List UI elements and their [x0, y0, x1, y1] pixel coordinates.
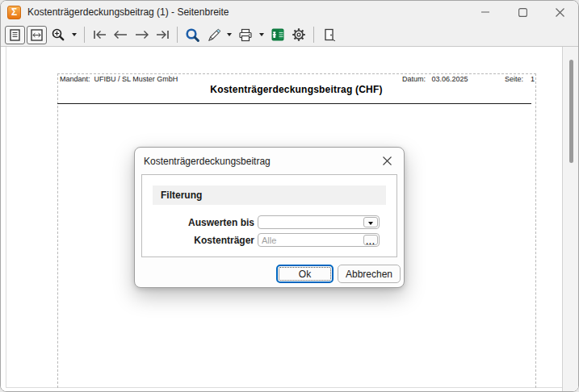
report-title: Kostenträgerdeckungsbeitrag (CHF)	[57, 84, 535, 95]
next-page-button[interactable]	[132, 25, 151, 44]
chevron-down-icon	[368, 222, 373, 225]
report-seite-value: 1	[531, 75, 535, 83]
ok-button[interactable]: Ok	[276, 265, 334, 283]
page-width-icon	[31, 29, 43, 41]
page-edge	[6, 47, 6, 388]
ellipsis-icon: ...	[366, 238, 375, 246]
excel-export-button[interactable]	[268, 25, 287, 44]
report-mandant: Mandant: UFIBU / SL Muster GmbH	[60, 75, 178, 83]
vertical-scrollbar[interactable]	[562, 47, 578, 391]
settings-button[interactable]	[289, 25, 308, 44]
margin-guide	[57, 73, 536, 74]
excel-export-icon	[271, 28, 284, 41]
filter-group-header: Filterung	[153, 186, 386, 205]
cancel-button[interactable]: Abbrechen	[338, 265, 401, 283]
last-page-button[interactable]	[153, 25, 172, 44]
dialog-title: Kostenträgerdeckungsbeitrag	[144, 156, 271, 167]
toolbar-separator	[84, 27, 85, 43]
title-bar: Σ Kostenträgerdeckungsbeitrag (1) - Seit…	[1, 1, 578, 23]
edit-button[interactable]	[203, 25, 223, 44]
whole-page-button[interactable]	[5, 26, 25, 44]
scrollbar-thumb[interactable]	[569, 60, 573, 163]
page-width-button[interactable]	[27, 26, 47, 44]
report-datum: Datum: 03.06.2025	[402, 75, 468, 83]
toolbar	[1, 23, 578, 47]
print-dropdown[interactable]	[257, 25, 266, 44]
window-title: Kostenträgerdeckungsbeitrag (1) - Seiten…	[27, 6, 229, 18]
prev-page-icon	[113, 29, 128, 40]
dialog-titlebar: Kostenträgerdeckungsbeitrag	[135, 148, 404, 174]
next-page-icon	[134, 29, 149, 40]
chevron-down-icon	[72, 33, 77, 36]
kostentraeger-field[interactable]: ...	[258, 233, 380, 247]
maximize-button[interactable]	[504, 1, 541, 23]
chevron-down-icon	[227, 33, 232, 36]
search-button[interactable]	[183, 25, 202, 44]
minimize-button[interactable]	[467, 1, 504, 23]
kostentraeger-picker-button[interactable]: ...	[363, 235, 378, 245]
whole-page-icon	[10, 29, 20, 41]
dialog-content-panel: Filterung Auswerten bis Kostenträger ...	[141, 174, 397, 257]
exit-door-icon	[322, 28, 336, 42]
toolbar-separator	[313, 27, 314, 43]
print-icon	[238, 28, 253, 42]
zoom-button[interactable]	[48, 25, 68, 44]
edit-pencil-icon	[206, 27, 221, 43]
app-window: Σ Kostenträgerdeckungsbeitrag (1) - Seit…	[0, 0, 579, 392]
app-sigma-icon: Σ	[7, 6, 21, 19]
zoom-icon	[51, 27, 65, 42]
exit-button[interactable]	[319, 25, 338, 44]
report-seite: Seite:	[505, 75, 523, 83]
filter-dialog: Kostenträgerdeckungsbeitrag Filterung Au…	[134, 147, 405, 288]
settings-gear-icon	[292, 27, 306, 42]
margin-guide	[57, 73, 58, 388]
close-button[interactable]	[541, 1, 578, 23]
search-icon	[185, 27, 200, 43]
chevron-down-icon	[259, 33, 264, 36]
prev-page-button[interactable]	[111, 25, 130, 44]
combo-dropdown-button[interactable]	[363, 217, 378, 227]
kostentraeger-input[interactable]	[262, 234, 359, 246]
window-controls	[467, 1, 578, 23]
first-page-icon	[92, 29, 107, 40]
zoom-dropdown[interactable]	[69, 25, 79, 44]
auswerten-bis-input[interactable]	[262, 216, 359, 228]
edit-dropdown[interactable]	[224, 25, 234, 44]
toolbar-separator	[177, 27, 178, 43]
print-button[interactable]	[236, 25, 255, 44]
dialog-close-button[interactable]	[379, 153, 395, 169]
page-edge	[6, 387, 562, 388]
kostentraeger-label: Kostenträger	[142, 234, 254, 248]
auswerten-bis-combobox[interactable]	[258, 215, 380, 229]
report-divider	[57, 103, 531, 104]
margin-guide	[535, 73, 536, 388]
auswerten-bis-label: Auswerten bis	[142, 216, 254, 230]
first-page-button[interactable]	[90, 25, 109, 44]
last-page-icon	[155, 29, 170, 40]
